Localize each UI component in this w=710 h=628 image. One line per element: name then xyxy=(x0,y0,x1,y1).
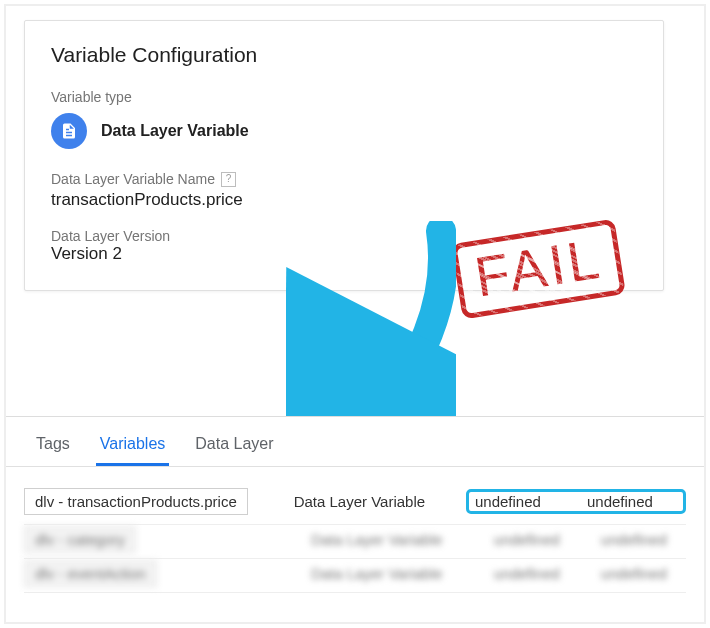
variable-chip[interactable]: dlv - category xyxy=(24,526,136,553)
variable-value: undefined xyxy=(587,493,677,510)
dlv-name-label: Data Layer Variable Name xyxy=(51,171,215,187)
data-layer-variable-icon xyxy=(51,113,87,149)
variable-type-cell: Data Layer Variable xyxy=(311,531,472,548)
variable-type-cell: Data Layer Variable xyxy=(311,565,472,582)
tab-variables[interactable]: Variables xyxy=(96,425,170,466)
help-icon[interactable]: ? xyxy=(221,172,236,187)
variable-type-name: Data Layer Variable xyxy=(101,122,249,140)
variables-list: dlv - transactionProducts.price Data Lay… xyxy=(6,467,704,593)
table-row[interactable]: dlv - transactionProducts.price Data Lay… xyxy=(24,483,686,525)
dlv-name-value: transactionProducts.price xyxy=(51,190,637,210)
variable-chip[interactable]: dlv - transactionProducts.price xyxy=(24,488,248,515)
frame: Variable Configuration Variable type Dat… xyxy=(4,4,706,624)
tab-datalayer[interactable]: Data Layer xyxy=(191,425,277,466)
debug-tabs: Tags Variables Data Layer xyxy=(6,417,704,467)
variable-value: undefined xyxy=(475,493,565,510)
table-row[interactable]: dlv - eventAction Data Layer Variable un… xyxy=(24,559,686,593)
tab-tags[interactable]: Tags xyxy=(32,425,74,466)
card-title: Variable Configuration xyxy=(51,43,637,67)
table-row[interactable]: dlv - category Data Layer Variable undef… xyxy=(24,525,686,559)
dlv-version-value: Version 2 xyxy=(51,244,637,264)
highlighted-values: undefined undefined xyxy=(466,489,686,514)
variable-value: undefined xyxy=(601,531,686,548)
debug-panel: Tags Variables Data Layer dlv - transact… xyxy=(6,416,704,622)
variable-chip[interactable]: dlv - eventAction xyxy=(24,560,157,587)
variable-type-cell: Data Layer Variable xyxy=(294,493,444,510)
dlv-version-field: Data Layer Version Version 2 xyxy=(51,228,637,264)
variable-config-card: Variable Configuration Variable type Dat… xyxy=(24,20,664,291)
dlv-name-field: Data Layer Variable Name ? transactionPr… xyxy=(51,171,637,210)
variable-value: undefined xyxy=(494,531,579,548)
variable-value: undefined xyxy=(494,565,579,582)
variable-type-label: Variable type xyxy=(51,89,637,105)
variable-type-row[interactable]: Data Layer Variable xyxy=(51,113,637,149)
dlv-version-label: Data Layer Version xyxy=(51,228,637,244)
variable-value: undefined xyxy=(601,565,686,582)
